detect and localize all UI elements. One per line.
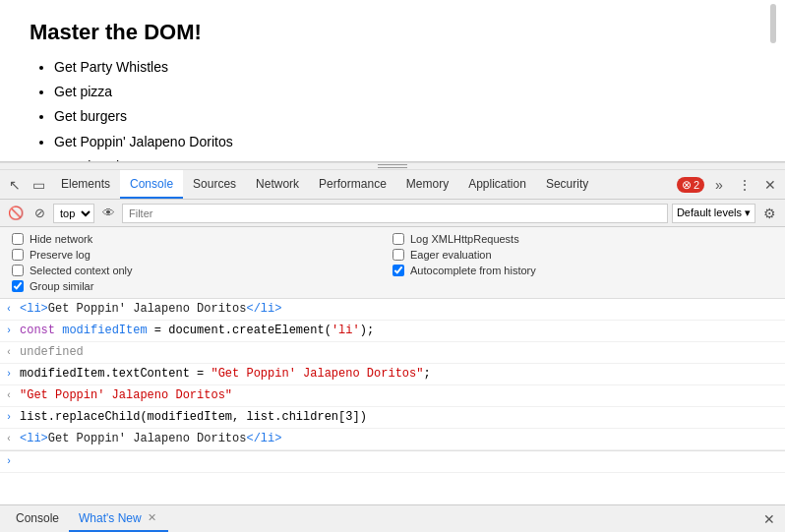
console-line-content: list.replaceChild(modifiedItem, list.chi… [20,409,779,425]
settings-checkbox-text: Hide network [30,233,92,245]
tab-console[interactable]: Console [120,170,183,199]
console-line: ‹undefined [0,342,785,364]
settings-checkbox-label[interactable]: Autocomplete from history [392,265,773,276]
settings-checkbox[interactable] [392,233,404,245]
tab-performance[interactable]: Performance [309,170,396,199]
settings-checkbox-label[interactable]: Hide network [12,233,392,245]
console-settings-bar: Hide networkPreserve logSelected context… [0,227,785,299]
bottom-tab-whats-new[interactable]: What's New ✕ [69,505,168,532]
tab-memory[interactable]: Memory [396,170,458,199]
settings-checkbox[interactable] [12,265,24,276]
console-line-content: modifiedItem.textContent = "Get Poppin' … [20,366,779,382]
drag-handle[interactable] [0,162,785,170]
close-devtools-icon[interactable]: ✕ [759,174,781,196]
tab-application[interactable]: Application [458,170,536,199]
settings-checkbox-text: Preserve log [30,249,91,261]
eye-icon[interactable]: 👁 [98,204,118,223]
list-item: Get Poppin' Jalapeno Doritos [54,130,755,154]
bottom-tab-bar: Console What's New ✕ ✕ [0,504,785,532]
list-item: Get Party Whistles [54,55,755,80]
default-levels-selector[interactable]: Default levels ▾ [672,204,755,223]
tab-network[interactable]: Network [246,170,309,199]
preview-list: Get Party WhistlesGet pizzaGet burgersGe… [54,55,755,162]
console-line-content: undefined [20,344,779,360]
console-line[interactable]: › [0,450,785,473]
console-arrow: ‹ [6,431,20,447]
console-arrow: › [6,409,20,426]
settings-checkbox[interactable] [392,265,404,276]
console-line-content: const modifiedItem = document.createElem… [20,323,779,338]
preview-title: Master the DOM! [30,20,755,45]
settings-checkbox[interactable] [12,280,24,292]
settings-checkbox[interactable] [12,233,24,245]
settings-checkbox-text: Selected context only [30,265,133,276]
console-line: ›list.replaceChild(modifiedItem, list.ch… [0,407,785,429]
more-options-icon[interactable]: ⋮ [734,174,755,196]
console-arrow: ‹ [6,387,20,404]
settings-right-col: Log XMLHttpRequestsEager evaluationAutoc… [392,233,773,276]
console-line-content: "Get Poppin' Jalapeno Doritos" [20,387,779,403]
tab-sources[interactable]: Sources [183,170,246,199]
bottom-tab-console[interactable]: Console [6,505,69,532]
filter-icon[interactable]: ⊘ [30,204,49,223]
settings-checkbox-label[interactable]: Eager evaluation [392,249,773,261]
console-arrow: ‹ [6,301,20,318]
console-line: ‹<li>Get Poppin' Jalapeno Doritos</li> [0,429,785,450]
devtools-tab-bar: ↖ ▭ Elements Console Sources Network Per… [0,170,785,200]
clear-console-icon[interactable]: 🚫 [6,204,26,223]
console-arrow: › [6,453,20,470]
settings-checkbox-label[interactable]: Preserve log [12,249,392,261]
whats-new-label: What's New [79,511,142,525]
inspect-icon[interactable]: ↖ [4,174,26,196]
settings-checkbox[interactable] [392,249,404,261]
console-line: ‹"Get Poppin' Jalapeno Doritos" [0,385,785,407]
console-line-content: <li>Get Poppin' Jalapeno Doritos</li> [20,301,779,317]
console-output[interactable]: ‹<li>Get Poppin' Jalapeno Doritos</li>›c… [0,299,785,504]
console-line: ‹<li>Get Poppin' Jalapeno Doritos</li> [0,299,785,321]
console-line: ›const modifiedItem = document.createEle… [0,321,785,342]
settings-checkbox-label[interactable]: Selected context only [12,265,392,276]
list-item: Get nice cheese [54,154,755,162]
error-badge[interactable]: 2 [677,177,704,193]
console-arrow: › [6,366,20,383]
devtools-panel: ↖ ▭ Elements Console Sources Network Per… [0,170,785,532]
settings-left-col: Hide networkPreserve logSelected context… [12,233,392,292]
whats-new-close[interactable]: ✕ [146,511,158,524]
console-arrow: ‹ [6,344,20,361]
settings-checkbox-text: Log XMLHttpRequests [410,233,519,245]
settings-checkbox[interactable] [12,249,24,261]
settings-checkbox-text: Autocomplete from history [410,265,536,276]
console-settings-icon[interactable]: ⚙ [759,204,779,223]
more-tabs-icon[interactable]: » [708,174,730,196]
tab-security[interactable]: Security [536,170,598,199]
close-bottom-panel-icon[interactable]: ✕ [759,509,779,529]
preview-area: Master the DOM! Get Party WhistlesGet pi… [0,0,785,162]
settings-checkbox-label[interactable]: Group similar [12,280,392,292]
settings-checkbox-text: Eager evaluation [410,249,492,261]
settings-checkbox-text: Group similar [30,280,93,292]
tab-elements[interactable]: Elements [51,170,120,199]
console-line-content: <li>Get Poppin' Jalapeno Doritos</li> [20,431,779,446]
tab-controls: 2 » ⋮ ✕ [677,174,781,196]
list-item: Get burgers [54,104,755,129]
console-line: ›modifiedItem.textContent = "Get Poppin'… [0,364,785,385]
settings-checkbox-label[interactable]: Log XMLHttpRequests [392,233,773,245]
device-icon[interactable]: ▭ [28,174,49,196]
context-selector[interactable]: top [53,204,94,223]
console-toolbar: 🚫 ⊘ top 👁 Default levels ▾ ⚙ [0,200,785,227]
preview-scrollbar[interactable] [769,0,777,161]
console-arrow: › [6,323,20,339]
drag-handle-lines [378,164,407,168]
filter-input[interactable] [122,204,668,223]
list-item: Get pizza [54,80,755,104]
